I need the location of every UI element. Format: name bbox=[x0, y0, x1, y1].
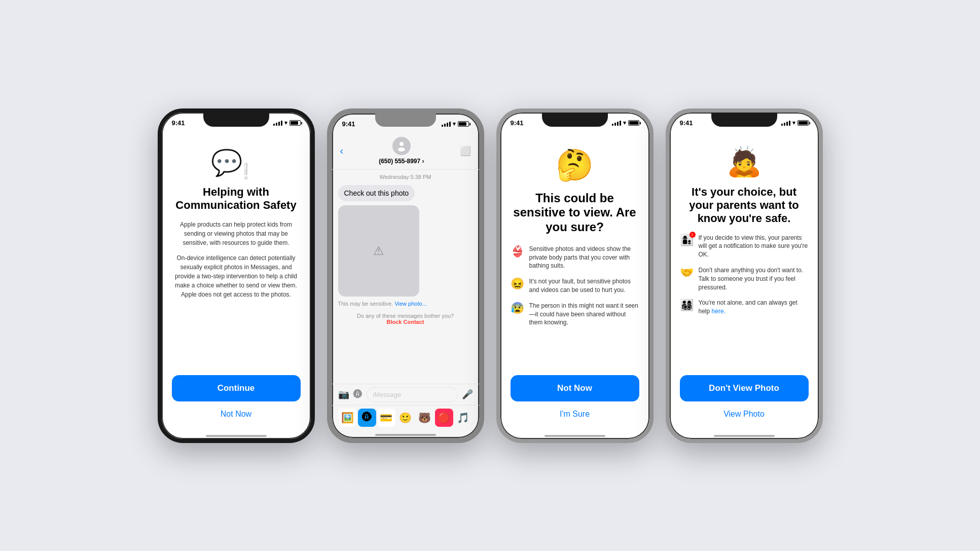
phone4-viewphoto-button[interactable]: View Photo bbox=[680, 408, 809, 421]
status-icons-4: ▾ bbox=[781, 120, 809, 126]
signal-icon-2 bbox=[442, 122, 451, 127]
phone-2: 9:41 ▾ ‹ bbox=[327, 108, 484, 443]
wifi-icon-3: ▾ bbox=[623, 120, 626, 126]
phone1-continue-button[interactable]: Continue bbox=[172, 375, 301, 401]
battery-icon-4 bbox=[797, 120, 809, 126]
notch-4 bbox=[711, 113, 777, 127]
wifi-icon-4: ▾ bbox=[792, 120, 795, 126]
time-2: 9:41 bbox=[342, 120, 355, 128]
messages-header: ‹ (650) 555-8997 › ⬜ bbox=[332, 133, 479, 170]
phone4-info-text-1: Don't share anything you don't want to. … bbox=[699, 266, 809, 291]
signal-icon-4 bbox=[781, 121, 790, 126]
battery-icon-1 bbox=[289, 120, 301, 126]
phone4-info-text-2: You're not alone, and can always get hel… bbox=[699, 299, 809, 316]
message-bubble: Check out this photo bbox=[338, 185, 415, 201]
info-item-1: 😖 It's not your fault, but sensitive pho… bbox=[511, 277, 639, 295]
phone4-info-item-1: 🤝 Don't share anything you don't want to… bbox=[680, 266, 809, 291]
block-contact-link[interactable]: Block Contact bbox=[387, 319, 424, 325]
family-icon: 👨‍👩‍👧‍👦 bbox=[680, 299, 694, 312]
wifi-icon-1: ▾ bbox=[284, 120, 287, 126]
worried-icon: 😰 bbox=[511, 302, 524, 315]
message-date: Wednesday 5:38 PM bbox=[338, 174, 473, 180]
signal-icon-3 bbox=[612, 121, 621, 126]
notch-1 bbox=[203, 113, 269, 127]
sad-face-icon: 😖 bbox=[511, 277, 524, 290]
notch-3 bbox=[542, 113, 608, 127]
battery-icon-2 bbox=[458, 121, 469, 127]
phone-3: 9:41 ▾ 🤔 This could be sensitive to view… bbox=[496, 108, 654, 443]
phone4-content: 🙇 It's your choice, but your parents wan… bbox=[670, 132, 819, 431]
view-photo-link[interactable]: View photo... bbox=[394, 301, 426, 307]
phone3-notnow-button[interactable]: Not Now bbox=[511, 375, 639, 401]
applepay-icon[interactable]: 💳 bbox=[377, 409, 395, 427]
message-input-bar: 📷 🅐 iMessage 🎤 bbox=[332, 384, 479, 405]
time-3: 9:41 bbox=[511, 119, 524, 127]
phone-4: 9:41 ▾ 🙇 It's your choice, but your pare… bbox=[666, 108, 823, 443]
phone4-emoji: 🙇 bbox=[680, 145, 809, 178]
phone4-dontview-button[interactable]: Don't View Photo bbox=[680, 375, 809, 401]
phone1-body2: On-device intelligence can detect potent… bbox=[172, 253, 301, 299]
sensitive-notice: This may be sensitive. View photo... bbox=[338, 301, 473, 307]
home-bar-1 bbox=[206, 435, 267, 437]
block-section: Do any of these messages bother you? Blo… bbox=[338, 309, 473, 329]
phone-1: 9:41 ▾ 💬❕ Helping with Communication Saf… bbox=[158, 108, 315, 443]
contact-name: (650) 555-8997 › bbox=[379, 158, 424, 165]
status-icons-1: ▾ bbox=[273, 120, 301, 126]
appstore-app-icon[interactable]: 🅐 bbox=[358, 409, 376, 427]
phone3-title: This could be sensitive to view. Are you… bbox=[511, 191, 639, 235]
signal-icon-1 bbox=[273, 121, 282, 126]
phone4-info-item-0: 👩‍👦 1 If you decide to view this, your p… bbox=[680, 234, 809, 259]
bathing-suit-icon: 👙 bbox=[511, 245, 524, 258]
handshake-icon: 🤝 bbox=[680, 266, 694, 279]
status-icons-2: ▾ bbox=[442, 121, 469, 127]
contact-info: (650) 555-8997 › bbox=[379, 137, 424, 165]
app-row: 🖼️ 🅐 💳 🙂 🐻 🔴 🎵 bbox=[332, 405, 479, 430]
svg-point-1 bbox=[398, 148, 405, 152]
info-text-1: It's not your fault, but sensitive photo… bbox=[529, 277, 639, 295]
time-1: 9:41 bbox=[172, 119, 185, 127]
phone1-content: 💬❕ Helping with Communication Safety App… bbox=[162, 132, 311, 431]
bear-icon[interactable]: 🐻 bbox=[416, 409, 434, 427]
camera-icon[interactable]: 📷 bbox=[338, 389, 349, 400]
phones-container: 9:41 ▾ 💬❕ Helping with Communication Saf… bbox=[158, 108, 823, 443]
memoji-icon[interactable]: 🙂 bbox=[396, 409, 415, 427]
music-icon[interactable]: 🎵 bbox=[454, 409, 473, 427]
parent-notification-icon: 👩‍👦 1 bbox=[680, 234, 694, 247]
help-link[interactable]: here. bbox=[712, 308, 725, 315]
info-text-2: The person in this might not want it see… bbox=[529, 302, 639, 327]
wifi-icon-2: ▾ bbox=[453, 121, 456, 127]
video-call-button[interactable]: ⬜ bbox=[460, 145, 471, 157]
message-input[interactable]: iMessage bbox=[367, 387, 458, 402]
battery-icon-3 bbox=[628, 120, 639, 126]
home-bar-3 bbox=[545, 435, 605, 437]
notch-2 bbox=[375, 114, 436, 127]
phone3-emoji: 🤔 bbox=[511, 147, 639, 183]
photos-app-icon[interactable]: 🖼️ bbox=[339, 409, 357, 427]
info-item-2: 😰 The person in this might not want it s… bbox=[511, 302, 639, 327]
mic-icon[interactable]: 🎤 bbox=[462, 389, 473, 400]
rec-icon[interactable]: 🔴 bbox=[435, 409, 453, 427]
home-bar-4 bbox=[714, 435, 775, 437]
phone1-body1: Apple products can help protect kids fro… bbox=[172, 220, 301, 247]
phone1-notnow-button[interactable]: Not Now bbox=[172, 408, 301, 421]
phone1-icon: 💬❕ bbox=[172, 147, 301, 177]
appstore-icon[interactable]: 🅐 bbox=[353, 389, 362, 400]
warning-icon: ⚠ bbox=[373, 244, 384, 258]
info-item-0: 👙 Sensitive photos and videos show the p… bbox=[511, 245, 639, 270]
time-4: 9:41 bbox=[680, 119, 693, 127]
phone4-info-item-2: 👨‍👩‍👧‍👦 You're not alone, and can always… bbox=[680, 299, 809, 316]
home-bar-2 bbox=[375, 434, 436, 436]
phone4-info-text-0: If you decide to view this, your parents… bbox=[699, 234, 809, 259]
svg-point-0 bbox=[400, 142, 404, 146]
image-placeholder: ⚠ bbox=[338, 205, 419, 297]
phone3-imsure-button[interactable]: I'm Sure bbox=[511, 408, 639, 421]
back-button[interactable]: ‹ bbox=[340, 145, 344, 157]
phone4-title: It's your choice, but your parents want … bbox=[680, 186, 809, 226]
phone3-content: 🤔 This could be sensitive to view. Are y… bbox=[500, 132, 649, 431]
messages-body: Wednesday 5:38 PM Check out this photo ⚠… bbox=[332, 170, 479, 384]
phone1-title: Helping with Communication Safety bbox=[172, 186, 301, 212]
contact-avatar bbox=[392, 137, 411, 155]
status-icons-3: ▾ bbox=[612, 120, 639, 126]
info-text-0: Sensitive photos and videos show the pri… bbox=[529, 245, 639, 270]
